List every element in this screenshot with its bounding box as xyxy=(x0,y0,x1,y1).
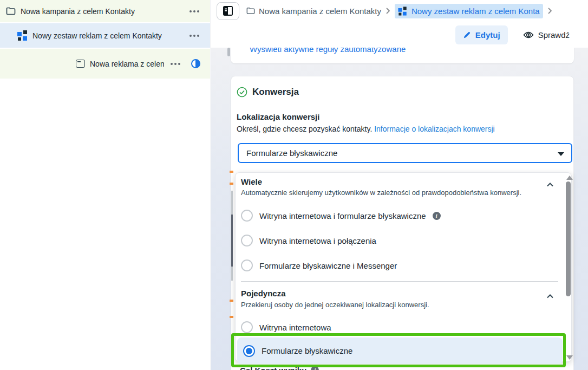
eye-icon xyxy=(523,31,534,39)
breadcrumb-label: Nowa kampania z celem Kontakty xyxy=(259,7,381,16)
radio-icon[interactable] xyxy=(241,210,253,222)
info-icon[interactable]: i xyxy=(311,366,319,370)
campaign-tree-sidebar: Nowa kampania z celem Kontakty Nowy zest… xyxy=(0,0,211,370)
radio-icon[interactable] xyxy=(241,235,253,246)
option-label: Witryna internetowa i formularze błyskaw… xyxy=(259,211,426,220)
section-header-conversion: Konwersja xyxy=(237,87,299,98)
option-website-and-calls[interactable]: Witryna internetowa i połączenia xyxy=(241,232,553,249)
option-instant-forms-and-messenger[interactable]: Formularze błyskawiczne i Messenger xyxy=(241,257,553,274)
scroll-up-arrow[interactable] xyxy=(566,176,573,180)
sidebar-item-adset[interactable]: Nowy zestaw reklam z celem Kontakty xyxy=(0,23,210,48)
breadcrumb-campaign[interactable]: Nowa kampania z celem Kontakty xyxy=(246,7,381,16)
adset-grid-icon xyxy=(398,7,407,15)
chevron-right-icon xyxy=(547,7,552,15)
background-fragment xyxy=(231,191,233,215)
collapse-sidebar-button[interactable] xyxy=(217,2,239,20)
breadcrumb-label: Nowy zestaw reklam z celem Konta xyxy=(411,7,540,16)
radio-icon[interactable] xyxy=(241,321,253,333)
option-label: Witryna internetowa xyxy=(259,323,331,332)
background-fragment xyxy=(230,171,233,173)
conversion-location-description: Określ, gdzie chcesz pozyskać kontakty. … xyxy=(237,125,495,133)
check-circle-icon xyxy=(237,87,247,98)
ads-manager-screen: Nowa kampania z celem Kontakty Nowy zest… xyxy=(0,0,588,370)
label-text: Cel Koszt wyniku xyxy=(240,366,306,370)
edit-button-label: Edytuj xyxy=(475,30,500,40)
radio-selected-icon[interactable] xyxy=(243,345,255,357)
background-fragment xyxy=(230,300,233,302)
more-options-icon[interactable] xyxy=(186,7,202,16)
folder-icon xyxy=(6,7,16,15)
info-icon[interactable]: i xyxy=(433,212,441,220)
background-fragment xyxy=(230,183,233,185)
sidebar-item-label: Nowa reklama z celem Konta... xyxy=(90,60,164,68)
more-options-icon[interactable] xyxy=(167,60,184,68)
group-title-single: Pojedyncza xyxy=(241,289,286,298)
pencil-icon xyxy=(463,31,471,39)
description-text: Określ, gdzie chcesz pozyskać kontakty. xyxy=(237,125,372,133)
section-title: Konwersja xyxy=(252,87,299,98)
background-fragment xyxy=(230,316,233,318)
option-website[interactable]: Witryna internetowa xyxy=(241,319,553,335)
option-label: Witryna internetowa i połączenia xyxy=(259,236,376,245)
sidebar-item-ad[interactable]: Nowa reklama z celem Konta... xyxy=(0,49,210,79)
chevron-up-icon[interactable] xyxy=(546,294,554,298)
breadcrumb-bar: Nowa kampania z celem Kontakty Nowy zest… xyxy=(211,0,588,22)
chevron-right-icon xyxy=(386,7,390,15)
select-value: Formularze błyskawiczne xyxy=(246,148,337,158)
sidebar-toggle-icon xyxy=(222,5,234,17)
caret-down-icon xyxy=(558,152,564,156)
divider xyxy=(241,281,558,282)
option-label: Formularze błyskawiczne xyxy=(262,346,352,355)
scroll-down-arrow[interactable] xyxy=(566,355,573,360)
scrollbar-thumb[interactable] xyxy=(566,181,571,296)
draft-status-icon xyxy=(191,59,200,68)
conversion-location-label: Lokalizacja konwersji xyxy=(237,112,319,121)
radio-icon[interactable] xyxy=(241,259,253,271)
conversion-location-select[interactable]: Formularze błyskawiczne xyxy=(238,143,572,163)
conversion-location-dropdown: Wiele Automatycznie skierujemy użytkowni… xyxy=(235,172,572,362)
folder-icon xyxy=(246,7,255,15)
edit-toolbar: Edytuj Sprawdź xyxy=(211,22,588,48)
cost-per-result-goal-label: Cel Koszt wyniku i xyxy=(240,366,319,370)
chevron-up-icon[interactable] xyxy=(546,183,554,187)
sidebar-item-label: Nowa kampania z celem Kontakty xyxy=(21,7,135,16)
more-options-icon[interactable] xyxy=(186,31,202,40)
ad-icon xyxy=(76,60,85,68)
sidebar-item-label: Nowy zestaw reklam z celem Kontakty xyxy=(32,31,162,40)
edit-button[interactable]: Edytuj xyxy=(455,25,508,44)
option-website-and-instant-forms[interactable]: Witryna internetowa i formularze błyskaw… xyxy=(241,207,553,224)
review-button-label: Sprawdź xyxy=(538,30,570,40)
adset-grid-icon xyxy=(17,30,28,41)
automated-rules-link[interactable]: Wyświetl aktywne reguły zautomatyzowane xyxy=(250,48,406,54)
conversion-locations-info-link[interactable]: Informacje o lokalizacjach konwersji xyxy=(374,125,495,133)
scrollbar-thumb[interactable] xyxy=(227,48,230,56)
group-desc-multiple: Automatycznie skierujemy użytkowników w … xyxy=(241,189,521,197)
sidebar-item-campaign[interactable]: Nowa kampania z celem Kontakty xyxy=(0,0,210,22)
edit-panel-content: Wyświetl aktywne reguły zautomatyzowane … xyxy=(211,48,588,370)
breadcrumb-adset-active[interactable]: Nowy zestaw reklam z celem Konta xyxy=(395,4,543,18)
background-fragment xyxy=(231,267,233,281)
review-button[interactable]: Sprawdź xyxy=(523,30,570,40)
group-desc-single: Przekieruj osoby do jednej oczekiwanej l… xyxy=(241,301,429,309)
group-title-multiple: Wiele xyxy=(241,177,262,186)
background-fragment xyxy=(231,215,233,267)
option-instant-forms-selected[interactable]: Formularze błyskawiczne xyxy=(237,337,563,364)
option-label: Formularze błyskawiczne i Messenger xyxy=(259,261,397,270)
automated-rules-card: Wyświetl aktywne reguły zautomatyzowane xyxy=(231,48,574,63)
